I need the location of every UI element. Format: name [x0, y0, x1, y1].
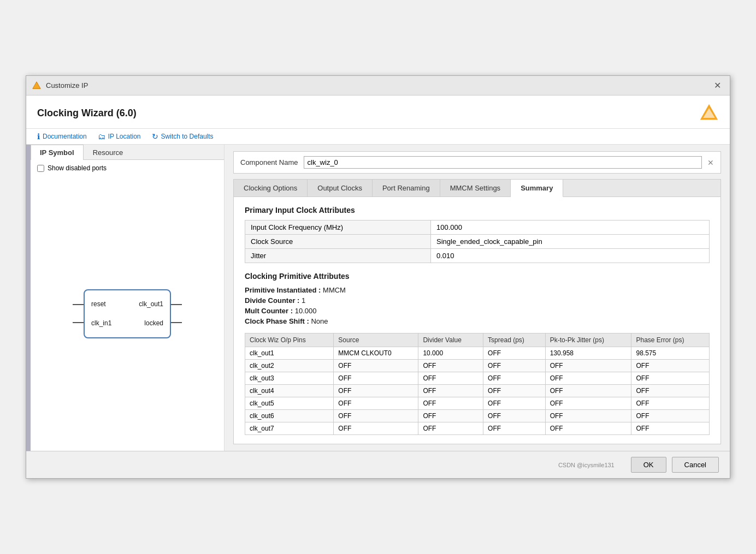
footer: CSDN @icysmile131 OK Cancel: [26, 451, 730, 478]
clock-table-cell: OFF: [631, 410, 710, 422]
table-row: Jitter0.010: [245, 249, 710, 263]
primitive-section: Primitive Instantiated : MMCM Divide Cou…: [245, 286, 710, 325]
primary-input-title: Primary Input Clock Attributes: [245, 206, 710, 215]
main-content: IP Symbol Resource Show disabled ports: [26, 145, 730, 451]
tab-port-renaming[interactable]: Port Renaming: [373, 180, 440, 196]
tab-content-summary: Primary Input Clock Attributes Input Clo…: [233, 196, 721, 444]
window-title: Customize IP: [46, 81, 88, 90]
clock-table-cell: 130.958: [545, 347, 631, 360]
clock-table-cell: OFF: [418, 372, 483, 385]
clock-phase-value: None: [311, 317, 328, 325]
clock-table-cell: OFF: [545, 360, 631, 372]
clock-table-cell: OFF: [483, 422, 546, 435]
cancel-button[interactable]: Cancel: [672, 457, 719, 473]
ip-symbol: reset clk_out1 clk_in1 locked: [67, 287, 187, 341]
xilinx-logo: [699, 103, 719, 123]
row-value: 0.010: [431, 249, 710, 263]
clock-table-cell: OFF: [483, 372, 546, 385]
tab-mmcm-settings[interactable]: MMCM Settings: [440, 180, 511, 196]
show-disabled-row: Show disabled ports: [31, 160, 224, 176]
table-row: clk_out1MMCM CLKOUT010.000OFF130.95898.5…: [245, 347, 710, 360]
clock-table-header: Phase Error (ps): [631, 333, 710, 347]
left-panel: IP Symbol Resource Show disabled ports: [31, 145, 225, 451]
right-panel: Component Name ✕ Clocking Options Output…: [225, 145, 730, 451]
show-disabled-label: Show disabled ports: [48, 164, 107, 172]
tab-resource[interactable]: Resource: [84, 145, 133, 160]
clock-table-cell: OFF: [631, 385, 710, 397]
switch-defaults-button[interactable]: ↻ Switch to Defaults: [152, 132, 214, 141]
tab-ip-symbol[interactable]: IP Symbol: [31, 145, 84, 160]
documentation-button[interactable]: ℹ Documentation: [37, 132, 87, 141]
table-row: Clock SourceSingle_ended_clock_capable_p…: [245, 235, 710, 249]
ip-symbol-box: reset clk_out1 clk_in1 locked: [84, 289, 171, 338]
clock-table-header: Pk-to-Pk Jitter (ps): [545, 333, 631, 347]
symbol-area: reset clk_out1 clk_in1 locked: [31, 176, 224, 451]
port-locked-label: locked: [127, 319, 163, 327]
row-value: Single_ended_clock_capable_pin: [431, 235, 710, 249]
clock-table-cell: OFF: [545, 372, 631, 385]
dialog-header: Clocking Wizard (6.0): [26, 96, 730, 129]
documentation-label: Documentation: [43, 133, 87, 140]
dialog-title: Clocking Wizard (6.0): [37, 108, 137, 119]
clock-table-cell: OFF: [483, 385, 546, 397]
clock-table-cell: OFF: [483, 347, 546, 360]
port-clk-out1-label: clk_out1: [127, 300, 163, 308]
component-name-clear[interactable]: ✕: [707, 158, 714, 167]
clock-table-cell: OFF: [631, 422, 710, 435]
app-logo: [32, 81, 42, 91]
component-name-input[interactable]: [304, 156, 702, 169]
title-bar: Customize IP ✕: [26, 76, 730, 96]
tab-output-clocks[interactable]: Output Clocks: [308, 180, 373, 196]
table-row: clk_out4OFFOFFOFFOFFOFF: [245, 385, 710, 397]
watermark: CSDN @icysmile131: [37, 462, 615, 468]
divide-counter-line: Divide Counter : 1: [245, 296, 710, 305]
tab-summary[interactable]: Summary: [511, 180, 563, 197]
reset-wire: [73, 304, 85, 305]
table-row: clk_out5OFFOFFOFFOFFOFF: [245, 397, 710, 410]
clk-out1-wire: [170, 304, 182, 305]
clock-table-cell: OFF: [545, 385, 631, 397]
clock-table-cell: OFF: [334, 360, 418, 372]
ip-location-label: IP Location: [108, 133, 141, 140]
switch-defaults-label: Switch to Defaults: [161, 133, 214, 140]
info-icon: ℹ: [37, 132, 40, 141]
clk-in1-wire: [73, 322, 85, 323]
primitive-instantiated-label: Primitive Instantiated :: [245, 286, 321, 294]
toolbar: ℹ Documentation 🗂 IP Location ↻ Switch t…: [26, 129, 730, 145]
clock-table-cell: OFF: [334, 422, 418, 435]
component-name-row: Component Name ✕: [233, 151, 721, 174]
clock-table-cell: 98.575: [631, 347, 710, 360]
title-bar-left: Customize IP: [32, 81, 88, 91]
clock-table-cell: OFF: [334, 397, 418, 410]
tabs-container: Clocking Options Output Clocks Port Rena…: [233, 179, 721, 444]
close-button[interactable]: ✕: [711, 79, 724, 92]
clock-table-cell: OFF: [418, 422, 483, 435]
clock-table-cell: OFF: [334, 385, 418, 397]
clock-table-cell: MMCM CLKOUT0: [334, 347, 418, 360]
clock-table-cell: OFF: [418, 385, 483, 397]
divide-counter-value: 1: [302, 296, 305, 305]
clock-phase-label: Clock Phase Shift :: [245, 317, 309, 325]
left-panel-tabs: IP Symbol Resource: [31, 145, 224, 160]
clock-table-cell: OFF: [418, 360, 483, 372]
locked-wire: [170, 322, 182, 323]
clock-table-cell: clk_out5: [245, 397, 334, 410]
show-disabled-checkbox[interactable]: [37, 165, 44, 172]
row-label: Input Clock Frequency (MHz): [245, 221, 431, 235]
row-label: Jitter: [245, 249, 431, 263]
clock-table-cell: OFF: [545, 397, 631, 410]
clock-table-cell: clk_out6: [245, 410, 334, 422]
clock-table-cell: clk_out3: [245, 372, 334, 385]
folder-icon: 🗂: [98, 132, 105, 141]
tab-clocking-options[interactable]: Clocking Options: [234, 180, 308, 196]
clock-table-cell: clk_out1: [245, 347, 334, 360]
ok-button[interactable]: OK: [631, 457, 666, 473]
clock-table-cell: OFF: [631, 372, 710, 385]
clock-table-cell: OFF: [545, 410, 631, 422]
port-clk-in1-label: clk_in1: [91, 319, 127, 327]
ip-location-button[interactable]: 🗂 IP Location: [98, 132, 141, 141]
clock-table-cell: OFF: [418, 397, 483, 410]
table-row: clk_out7OFFOFFOFFOFFOFF: [245, 422, 710, 435]
mult-counter-value: 10.000: [295, 307, 317, 315]
clock-table-cell: clk_out4: [245, 385, 334, 397]
